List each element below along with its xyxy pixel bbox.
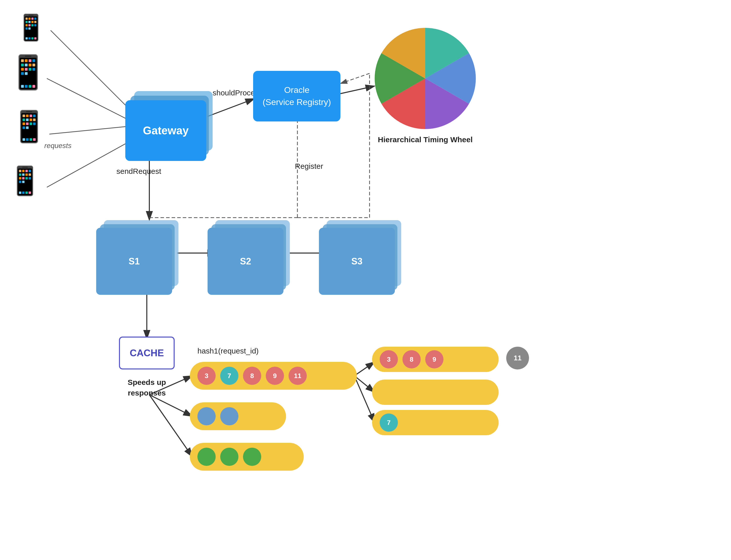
cache-label: CACHE (130, 348, 164, 359)
phone-1: 📱 (15, 13, 47, 43)
send-request-label: sendRequest (116, 167, 161, 176)
svg-line-1 (47, 78, 132, 121)
phone-3: 📱 (10, 109, 48, 144)
output-row-3: 7 (372, 410, 499, 435)
hash-circle-9: 9 (266, 367, 284, 385)
hash-circle-g1 (197, 448, 216, 466)
phone-2: 📱 (8, 53, 49, 92)
svg-line-4 (208, 99, 254, 116)
gateway-label: Gateway (143, 124, 189, 137)
output-row-2 (372, 380, 499, 405)
svg-line-18 (354, 362, 375, 376)
requests-label: requests (44, 142, 71, 150)
register-label: Register (295, 162, 323, 171)
diagram-container: 📱 📱 📱 📱 requests Gateway sendRequest sho… (0, 0, 731, 560)
svg-line-0 (51, 30, 137, 116)
cache-sublabel: Speeds up responses (109, 377, 185, 398)
hash-circle-b2 (220, 407, 238, 425)
oracle-box: Oracle(Service Registry) (253, 71, 340, 121)
timing-wheel-svg (375, 28, 476, 129)
hash-circle-3: 3 (197, 367, 216, 385)
hash-circle-b1 (197, 407, 216, 425)
hash-circle-7: 7 (220, 367, 238, 385)
output-row-1: 3 8 9 (372, 347, 499, 372)
phone-4: 📱 (8, 164, 42, 197)
hash-circle-g2 (220, 448, 238, 466)
hash-circle-8: 8 (243, 367, 261, 385)
s3-label: S3 (351, 256, 362, 267)
svg-line-20 (354, 376, 375, 423)
timing-wheel-container (375, 28, 476, 129)
svg-line-5 (340, 86, 375, 94)
timing-wheel-label: Hierarchical Timing Wheel (370, 135, 481, 144)
hash-row-2 (190, 402, 286, 430)
hash-row-3 (190, 443, 304, 471)
svg-line-17 (149, 395, 192, 457)
gateway-card: Gateway (125, 100, 206, 161)
out-circle-3: 3 (380, 350, 398, 368)
out-circle-9: 9 (425, 350, 443, 368)
out-circle-7: 7 (380, 413, 398, 432)
svg-line-13 (340, 73, 370, 84)
hash-circle-11: 11 (289, 367, 307, 385)
svg-line-19 (354, 376, 375, 392)
gray-circle-11: 11 (506, 347, 529, 369)
s1-label: S1 (129, 256, 140, 267)
svg-line-2 (49, 127, 127, 134)
hash-row-1: 3 7 8 9 11 (190, 362, 357, 390)
hash1-label: hash1(request_id) (197, 347, 259, 355)
hash-circle-g3 (243, 448, 261, 466)
out-circle-8: 8 (402, 350, 421, 368)
cache-box: CACHE (119, 337, 175, 369)
oracle-label: Oracle(Service Registry) (262, 84, 331, 108)
s2-label: S2 (240, 256, 251, 267)
